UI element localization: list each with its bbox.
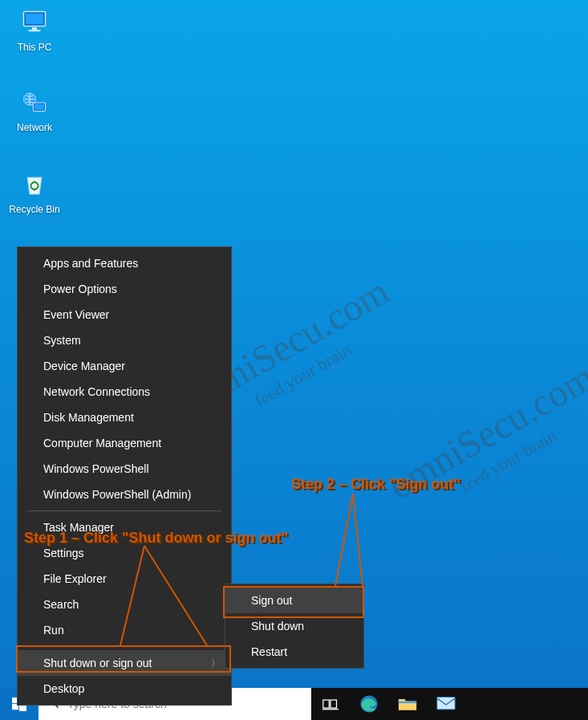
menu-item-system[interactable]: System: [18, 327, 231, 353]
menu-item-event-viewer[interactable]: Event Viewer: [18, 302, 231, 327]
desktop-icon-network[interactable]: Network: [4, 87, 65, 133]
folder-icon: [398, 696, 417, 712]
menu-item-run[interactable]: Run: [18, 617, 231, 643]
menu-separator: [27, 511, 221, 511]
task-view-icon: [322, 698, 339, 710]
menu-item-label: Shut down or sign out: [43, 657, 152, 669]
svg-line-10: [335, 494, 353, 586]
submenu-item-shutdown[interactable]: Shut down: [225, 613, 363, 639]
annotation-step1: Step 1 – Click "Shut down or sign out": [24, 530, 288, 547]
svg-rect-19: [330, 700, 337, 708]
menu-item-network-connections[interactable]: Network Connections: [18, 379, 231, 405]
desktop-icon-this-pc[interactable]: This PC: [4, 6, 65, 53]
menu-item-power-options[interactable]: Power Options: [18, 276, 231, 302]
svg-rect-1: [26, 14, 44, 25]
task-view-button[interactable]: [311, 688, 350, 720]
svg-line-11: [353, 494, 363, 586]
menu-item-computer-management[interactable]: Computer Management: [18, 430, 231, 456]
svg-rect-6: [34, 104, 44, 111]
menu-item-shutdown-signout[interactable]: Shut down or sign out 〉: [18, 650, 231, 676]
taskbar-app-mail[interactable]: [427, 688, 465, 720]
menu-item-search[interactable]: Search: [18, 592, 231, 617]
menu-item-desktop[interactable]: Desktop: [18, 676, 231, 702]
menu-item-device-manager[interactable]: Device Manager: [18, 353, 231, 379]
menu-item-powershell-admin[interactable]: Windows PowerShell (Admin): [18, 482, 231, 507]
svg-rect-3: [29, 30, 41, 31]
svg-rect-23: [437, 697, 455, 709]
menu-item-powershell[interactable]: Windows PowerShell: [18, 456, 231, 482]
svg-rect-22: [399, 702, 416, 704]
taskbar-app-file-explorer[interactable]: [388, 688, 427, 720]
svg-rect-18: [323, 700, 330, 708]
recycle-bin-icon: [15, 169, 54, 201]
desktop-icon-label: Network: [4, 122, 65, 133]
menu-item-disk-management[interactable]: Disk Management: [18, 405, 231, 430]
submenu-item-signout[interactable]: Sign out: [225, 588, 363, 613]
menu-item-apps-features[interactable]: Apps and Features: [18, 250, 231, 276]
chevron-right-icon: 〉: [211, 657, 220, 669]
monitor-icon: [15, 6, 54, 39]
taskbar-app-edge[interactable]: [350, 688, 388, 720]
watermark: omniSecu.com feed your brain: [385, 362, 588, 531]
submenu-item-restart[interactable]: Restart: [225, 639, 363, 665]
edge-icon: [359, 694, 379, 714]
winx-context-menu: Apps and Features Power Options Event Vi…: [17, 246, 232, 706]
desktop-icon-label: This PC: [4, 42, 65, 53]
network-icon: [15, 87, 54, 119]
mail-icon: [436, 696, 456, 712]
annotation-step2: Step 2 – Click "Sign out": [291, 476, 460, 493]
shutdown-submenu: Sign out Shut down Restart: [225, 584, 364, 669]
menu-separator: [27, 646, 221, 647]
menu-item-file-explorer[interactable]: File Explorer: [18, 566, 231, 592]
desktop-icon-label: Recycle Bin: [4, 204, 65, 215]
svg-rect-2: [32, 27, 37, 30]
desktop-icon-recycle-bin[interactable]: Recycle Bin: [4, 169, 65, 215]
